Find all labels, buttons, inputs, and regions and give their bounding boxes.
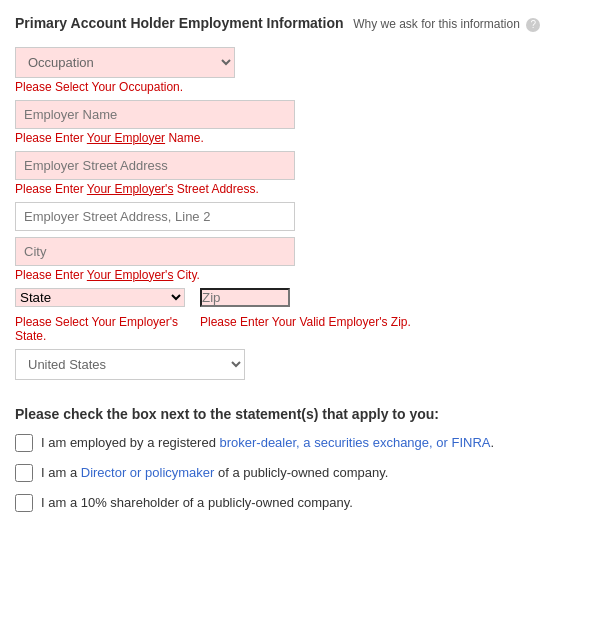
broker-label: I am employed by a registered broker-dea… — [41, 434, 494, 452]
statements-title: Please check the box next to the stateme… — [15, 406, 600, 422]
zip-group — [200, 288, 290, 307]
page-title: Primary Account Holder Employment Inform… — [15, 15, 344, 31]
occupation-select[interactable]: Occupation — [15, 47, 235, 78]
employer-street-error: Please Enter Your Employer's Street Addr… — [15, 182, 600, 196]
city-error-link[interactable]: Your Employer's — [87, 268, 174, 282]
employer-name-error-link[interactable]: Your Employer — [87, 131, 165, 145]
country-select[interactable]: United States — [15, 349, 245, 380]
shareholder-label: I am a 10% shareholder of a publicly-own… — [41, 494, 353, 512]
city-error: Please Enter Your Employer's City. — [15, 268, 600, 282]
city-group: Please Enter Your Employer's City. — [15, 237, 600, 282]
shareholder-checkbox[interactable] — [15, 494, 33, 512]
zip-input[interactable] — [200, 288, 290, 307]
employer-street2-group — [15, 202, 600, 231]
zip-error: Please Enter Your Valid Employer's Zip. — [200, 315, 600, 343]
broker-link[interactable]: broker-dealer, a securities exchange, or… — [219, 435, 490, 450]
employer-street-input[interactable] — [15, 151, 295, 180]
employer-name-group: Please Enter Your Employer Name. — [15, 100, 600, 145]
director-link[interactable]: Director or policymaker — [81, 465, 215, 480]
employer-name-error: Please Enter Your Employer Name. — [15, 131, 600, 145]
checkbox-item-shareholder: I am a 10% shareholder of a publicly-own… — [15, 494, 600, 512]
state-error: Please Select Your Employer's State. — [15, 315, 185, 343]
employer-street-error-link[interactable]: Your Employer's — [87, 182, 174, 196]
occupation-group: Occupation Please Select Your Occupation… — [15, 47, 600, 94]
why-link[interactable]: Why we ask for this information ? — [353, 17, 540, 31]
director-checkbox[interactable] — [15, 464, 33, 482]
state-group: State — [15, 288, 185, 307]
director-label: I am a Director or policymaker of a publ… — [41, 464, 388, 482]
checkbox-item-broker: I am employed by a registered broker-dea… — [15, 434, 600, 452]
employer-street-group: Please Enter Your Employer's Street Addr… — [15, 151, 600, 196]
state-zip-row: State — [15, 288, 600, 307]
statements-section: Please check the box next to the stateme… — [15, 406, 600, 513]
checkbox-item-director: I am a Director or policymaker of a publ… — [15, 464, 600, 482]
employer-name-input[interactable] — [15, 100, 295, 129]
state-select[interactable]: State — [15, 288, 185, 307]
employer-street2-input[interactable] — [15, 202, 295, 231]
broker-checkbox[interactable] — [15, 434, 33, 452]
city-input[interactable] — [15, 237, 295, 266]
help-icon[interactable]: ? — [526, 18, 540, 32]
country-group: United States — [15, 343, 600, 400]
state-zip-errors: Please Select Your Employer's State. Ple… — [15, 313, 600, 343]
occupation-error: Please Select Your Occupation. — [15, 80, 600, 94]
